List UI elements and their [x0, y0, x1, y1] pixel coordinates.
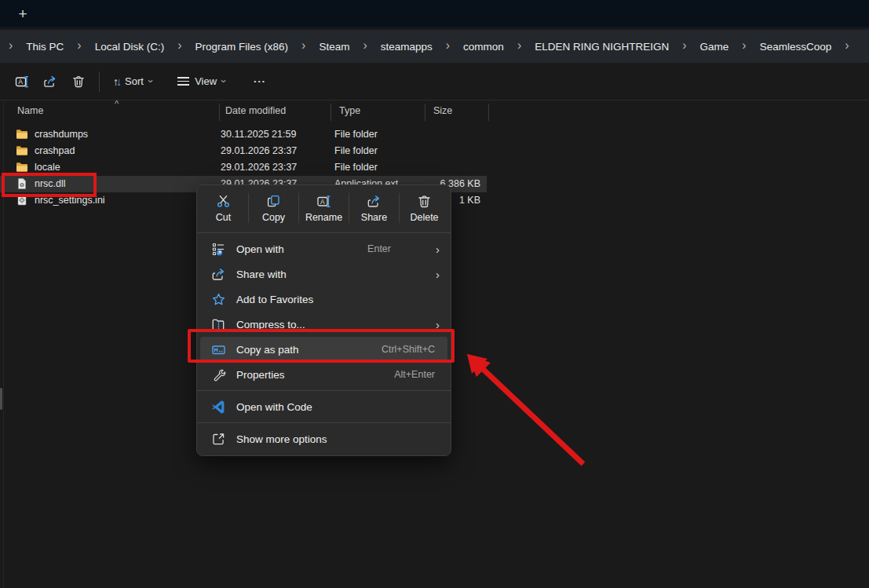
delete-button[interactable]: Delete — [400, 190, 449, 226]
menu-item-label: Share with — [236, 268, 429, 280]
file-name: nrsc_settings.ini — [35, 195, 105, 206]
column-header-name[interactable]: Name — [17, 105, 43, 116]
menu-item-label: Copy as path — [236, 344, 382, 356]
column-divider[interactable] — [425, 104, 425, 121]
chevron-right-icon: › — [429, 319, 440, 331]
breadcrumb-elden-ring-nightreign[interactable]: ELDEN RING NIGHTREIGN — [528, 37, 675, 57]
copy-button[interactable]: Copy — [249, 190, 298, 226]
menu-item-open-with-code[interactable]: Open with Code — [200, 394, 447, 419]
share-with-icon — [210, 267, 226, 282]
share-icon — [367, 194, 382, 209]
breadcrumb-seamlesscoop[interactable]: SeamlessCoop — [754, 37, 838, 57]
toolbar-divider — [99, 71, 100, 92]
open-with-icon — [210, 242, 226, 257]
file-type: File folder — [334, 162, 378, 173]
svg-text:A: A — [320, 197, 325, 205]
column-divider[interactable] — [330, 104, 331, 121]
rename-icon: A — [316, 194, 331, 209]
breadcrumb-steamapps[interactable]: steamapps — [374, 37, 439, 57]
chevron-right-icon: › — [439, 39, 457, 52]
sort-ascending-icon: ^ — [115, 99, 119, 108]
share-button[interactable] — [36, 69, 64, 94]
sort-label: Sort — [125, 75, 144, 87]
menu-item-shortcut: Alt+Enter — [394, 369, 435, 380]
trash-icon — [417, 194, 432, 209]
rename-button[interactable]: A Rename — [299, 190, 349, 226]
column-header-size[interactable]: Size — [433, 105, 452, 116]
vscode-icon — [210, 400, 226, 415]
chevron-right-icon: › — [170, 39, 188, 52]
folder-icon — [16, 144, 28, 157]
menu-item-label: Open with Code — [236, 401, 440, 413]
tab-bar: + — [0, 0, 869, 28]
breadcrumb-this-pc[interactable]: This PC — [20, 37, 70, 57]
share-button[interactable]: Share — [349, 190, 399, 226]
sort-button[interactable]: ↑↓ Sort › — [106, 70, 159, 93]
delete-button[interactable] — [64, 69, 93, 94]
file-name: locale — [35, 162, 60, 173]
view-label: View — [195, 75, 217, 87]
breadcrumb-game[interactable]: Game — [694, 37, 736, 57]
ini-file-icon — [16, 194, 28, 206]
chevron-right-icon: › — [510, 39, 528, 52]
scissors-icon — [216, 194, 231, 209]
menu-item-label: Compress to... — [236, 319, 429, 331]
breadcrumb-common[interactable]: common — [457, 37, 510, 57]
chevron-right-icon: › — [294, 39, 312, 52]
share-label: Share — [361, 212, 387, 223]
context-menu: Cut Copy A Rename Share D — [196, 184, 451, 456]
rename-label: Rename — [305, 212, 342, 223]
svg-text:A: A — [18, 78, 23, 86]
menu-separator — [197, 422, 451, 423]
table-row-crashdumps[interactable]: crashdumps 30.11.2025 21:59 File folder — [0, 126, 518, 143]
chevron-right-icon: › — [356, 39, 374, 52]
quick-actions-row: Cut Copy A Rename Share D — [197, 188, 451, 229]
rename-button[interactable]: A — [8, 69, 36, 94]
chevron-right-icon: › — [429, 243, 440, 255]
scrollbar-thumb[interactable] — [0, 388, 2, 410]
column-divider[interactable] — [219, 104, 220, 121]
sort-arrows-icon: ↑↓ — [113, 75, 119, 88]
menu-item-label: Add to Favorites — [236, 294, 440, 305]
view-button[interactable]: View › — [170, 70, 232, 93]
menu-item-show-more-options[interactable]: Show more options — [200, 426, 447, 451]
menu-item-shortcut: Ctrl+Shift+C — [382, 344, 435, 355]
chevron-right-icon: › — [70, 39, 88, 52]
share-icon — [43, 75, 57, 89]
menu-item-add-to-favorites[interactable]: Add to Favorites — [200, 287, 447, 312]
file-name: nrsc.dll — [35, 178, 66, 189]
new-tab-button[interactable]: + — [11, 2, 35, 26]
table-row-locale[interactable]: locale 29.01.2026 23:37 File folder — [0, 159, 518, 176]
dll-file-icon — [16, 177, 28, 190]
zip-folder-icon — [210, 317, 226, 332]
chevron-down-icon: › — [146, 79, 156, 82]
view-list-icon — [177, 77, 189, 86]
menu-separator — [197, 232, 451, 233]
breadcrumb-local-disk-c[interactable]: Local Disk (C:) — [89, 37, 171, 57]
column-header-date-modified[interactable]: Date modified — [225, 105, 286, 116]
chevron-right-icon: › — [429, 268, 440, 280]
cut-button[interactable]: Cut — [199, 190, 248, 226]
file-name: crashpad — [35, 145, 75, 156]
menu-item-label: Properties — [236, 369, 394, 381]
column-header-type[interactable]: Type — [339, 105, 360, 116]
folder-icon — [16, 161, 28, 173]
menu-item-properties[interactable]: Properties Alt+Enter — [200, 362, 447, 387]
breadcrumb-program-files-x86[interactable]: Program Files (x86) — [189, 37, 295, 57]
menu-item-compress-to[interactable]: Compress to... › — [200, 312, 447, 337]
trash-icon — [71, 75, 86, 89]
menu-item-copy-as-path[interactable]: Copy as path Ctrl+Shift+C — [200, 337, 447, 362]
column-divider[interactable] — [488, 104, 489, 121]
menu-item-open-with[interactable]: Open with Enter › — [200, 236, 447, 261]
see-more-button[interactable]: ••• — [246, 72, 273, 90]
file-type: File folder — [334, 129, 378, 140]
breadcrumb-steam[interactable]: Steam — [312, 37, 356, 57]
breadcrumb: › This PC › Local Disk (C:) › Program Fi… — [0, 30, 869, 63]
delete-label: Delete — [410, 212, 438, 223]
star-icon — [210, 292, 226, 307]
menu-item-share-with[interactable]: Share with › — [200, 261, 447, 287]
file-type: File folder — [334, 145, 378, 156]
column-headers: ^ Name Date modified Type Size — [5, 102, 523, 122]
chevron-right-icon: › — [2, 39, 20, 52]
table-row-crashpad[interactable]: crashpad 29.01.2026 23:37 File folder — [0, 143, 518, 159]
